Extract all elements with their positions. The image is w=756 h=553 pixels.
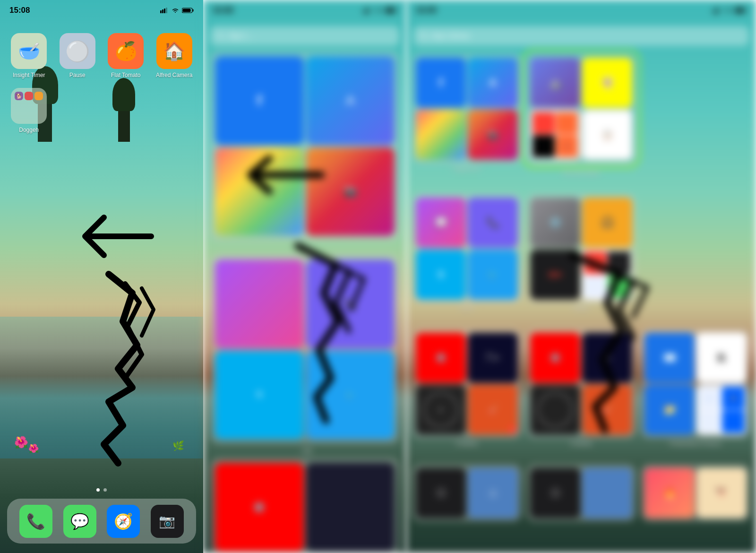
creativity-folder-middle[interactable]: ⚙️ 🎸 bbox=[526, 329, 636, 446]
cardhop-icon: 📋 bbox=[582, 110, 632, 160]
suggestions-label-3: Suggestions bbox=[412, 165, 522, 171]
photos-icon-3 bbox=[416, 110, 466, 160]
svg-rect-33 bbox=[559, 273, 560, 276]
status-bar-3: 15:09 bbox=[406, 0, 756, 21]
dock-phone[interactable]: 📞 bbox=[19, 505, 52, 538]
panasonic-icon-m bbox=[582, 333, 632, 383]
dock-messages[interactable]: 💬 bbox=[63, 505, 96, 538]
svg-rect-19 bbox=[717, 9, 718, 13]
multi-util-icon: 💰 # bbox=[582, 250, 632, 300]
viber-partial-icon: 📞 bbox=[306, 259, 395, 348]
svg-rect-23 bbox=[746, 9, 747, 12]
recently-added-folder[interactable]: ⛰️ 👻 ✂ 🎵 🐾 📋 Recently Added bbox=[526, 54, 636, 176]
panasonic-partial bbox=[306, 463, 395, 552]
utilities-label-3: Utilities bbox=[526, 305, 636, 311]
app-grid: 🥣 Insight Timer ⚪ Pause 🍊 Flat Tomato 🏠 … bbox=[9, 33, 194, 133]
mail-icon-3: ✉️ bbox=[644, 333, 695, 383]
viber-icon-3: 📞 bbox=[468, 198, 518, 248]
svg-rect-36 bbox=[487, 354, 491, 355]
appstore-icon-3: A bbox=[468, 58, 518, 108]
dock-safari[interactable]: 🧭 bbox=[107, 505, 140, 538]
svg-rect-38 bbox=[601, 355, 610, 360]
pause-label: Pause bbox=[69, 72, 86, 78]
svg-rect-17 bbox=[713, 10, 714, 13]
productivity-folder[interactable]: ✉️ R 📁 e 📦 Productivity & Fina bbox=[641, 329, 750, 446]
svg-rect-35 bbox=[486, 355, 496, 360]
multi-icon: ✂ 🎵 🐾 bbox=[530, 110, 580, 160]
app-item-pause[interactable]: ⚪ Pause bbox=[58, 33, 97, 78]
messenger-icon-3: 💬 bbox=[416, 198, 466, 248]
svg-rect-10 bbox=[369, 8, 370, 13]
tinder-icon-3: 🔥 bbox=[644, 468, 695, 518]
signal-icon bbox=[160, 8, 169, 13]
more-apps-folder-1[interactable]: ⬡ ◻ bbox=[412, 464, 522, 522]
alfred-camera-icon[interactable]: 🏠 bbox=[156, 33, 192, 69]
insight-timer-icon[interactable]: 🥣 bbox=[11, 33, 47, 69]
social-partial-label: ...cial bbox=[210, 448, 399, 454]
app-item-flat-tomato[interactable]: 🍊 Flat Tomato bbox=[106, 33, 146, 78]
svg-rect-34 bbox=[561, 274, 562, 276]
utilities-folder[interactable]: ⚙️ 🎧 💰 # bbox=[526, 194, 636, 311]
app-item-alfred-camera[interactable]: 🏠 Alfred Camera bbox=[155, 33, 194, 78]
doggeh-icon-3: 🐕 bbox=[696, 468, 747, 518]
social-folder[interactable]: 💬 📞 S 🐦 Social bbox=[412, 194, 522, 311]
status-icons-2 bbox=[363, 8, 397, 13]
battery-icon-2 bbox=[385, 8, 397, 13]
status-icons-3 bbox=[713, 8, 747, 13]
flat-tomato-icon[interactable]: 🍊 bbox=[108, 33, 144, 69]
status-icons bbox=[160, 8, 194, 13]
craft-icon-3: ✂ 🎸 bbox=[468, 385, 518, 435]
social-label-3: Social bbox=[412, 305, 522, 311]
creativity-label-left: Creativity bbox=[412, 441, 522, 446]
search-bar-2[interactable]: App L... bbox=[210, 26, 399, 46]
more-apps-folder-3[interactable]: 🔥 🐕 bbox=[641, 464, 750, 522]
dot-1 bbox=[96, 488, 100, 492]
appstore-icon: A bbox=[306, 56, 395, 145]
more-apps-folder-2[interactable]: ⬡ bbox=[526, 464, 636, 522]
search-bar-3[interactable]: App Library bbox=[413, 26, 749, 46]
svg-rect-0 bbox=[160, 10, 162, 13]
snapchat-icon: 👻 bbox=[582, 58, 632, 108]
app-item-insight-timer[interactable]: 🥣 Insight Timer bbox=[9, 33, 49, 78]
svg-line-26 bbox=[425, 37, 428, 40]
svg-rect-9 bbox=[367, 9, 369, 13]
svg-rect-24 bbox=[736, 9, 744, 12]
svg-rect-1 bbox=[162, 9, 163, 13]
youtube-studio-icon: ⚙️ bbox=[416, 333, 466, 383]
wifi-icon-2 bbox=[375, 8, 382, 13]
app-library-panel-blurred: 15:08 App L... bbox=[203, 0, 406, 553]
dot-2 bbox=[103, 488, 107, 492]
suggestions-folder[interactable]: f A 📷 Suggestions bbox=[412, 54, 522, 176]
readdle-icon-3: R bbox=[696, 333, 747, 383]
app-item-doggeh[interactable]: 🐕 Doggeh bbox=[9, 88, 49, 133]
affinity-icon-3 bbox=[416, 385, 466, 435]
productivity-label-3: Productivity & Finance bbox=[641, 441, 750, 446]
headphones-icon-3: 🎧 bbox=[582, 198, 632, 248]
signal-icon-3 bbox=[713, 8, 722, 13]
fb-icon: f bbox=[215, 56, 304, 145]
pause-icon[interactable]: ⚪ bbox=[60, 33, 95, 69]
instagram-icon: 📷 bbox=[306, 147, 395, 236]
svg-rect-37 bbox=[497, 356, 498, 360]
shape-icon bbox=[582, 468, 632, 518]
library-grid-2: f A 📷 Sugge... 📞 S 🐦 ...cial bbox=[203, 52, 406, 553]
skype-icon-3: S bbox=[416, 250, 466, 300]
youtube-partial: ⚙️ bbox=[215, 463, 304, 552]
svg-rect-13 bbox=[396, 9, 397, 12]
search-icon-2 bbox=[217, 32, 224, 40]
dock-camera[interactable]: 📷 bbox=[151, 505, 184, 538]
flat-tomato-label: Flat Tomato bbox=[111, 72, 140, 78]
multi-finance-icon: e 📦 bbox=[696, 385, 747, 435]
twitter-icon-3: 🐦 bbox=[468, 250, 518, 300]
svg-rect-27 bbox=[548, 274, 549, 276]
svg-rect-28 bbox=[550, 272, 551, 277]
creativity-folder-left[interactable]: ⚙️ bbox=[412, 329, 522, 446]
twitter-partial-icon: 🐦 bbox=[306, 351, 395, 440]
voicememos-icon-3 bbox=[530, 250, 580, 300]
messenger-partial-icon bbox=[215, 259, 304, 348]
home-screen-panel: 🌺 🌺 🌿 15:08 bbox=[0, 0, 203, 553]
doggeh-folder-icon[interactable]: 🐕 bbox=[11, 88, 47, 124]
battery-icon bbox=[182, 8, 194, 13]
time-display-3: 15:09 bbox=[416, 6, 436, 15]
time-display: 15:08 bbox=[9, 6, 30, 15]
